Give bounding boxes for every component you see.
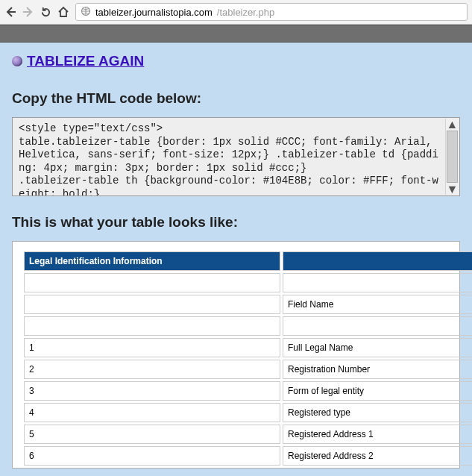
table-row: 1Full Legal Name	[24, 338, 472, 357]
table-cell	[283, 273, 472, 292]
url-bar[interactable]: tableizer.journalistopia.com/tableizer.p…	[75, 3, 468, 21]
preview-table: Legal Identification Information Field N…	[22, 249, 472, 468]
table-cell: Field Name	[283, 295, 472, 314]
url-path: /tableizer.php	[217, 7, 274, 18]
reload-icon[interactable]	[40, 7, 51, 18]
copy-heading: Copy the HTML code below:	[12, 90, 460, 107]
table-cell: Registered type	[283, 403, 472, 422]
table-row: 6Registered Address 2	[24, 446, 472, 466]
table-row	[24, 316, 472, 336]
table-row: 5Registered Address 1	[24, 425, 472, 444]
table-cell: 5	[24, 425, 280, 444]
forward-icon	[22, 6, 34, 18]
table-cell: 2	[24, 360, 280, 379]
page-content: TABLEIZE AGAIN Copy the HTML code below:…	[0, 43, 472, 469]
tableize-again-link[interactable]: TABLEIZE AGAIN	[27, 53, 144, 69]
table-preview: Legal Identification Information Field N…	[12, 241, 460, 469]
table-cell: 3	[24, 381, 280, 401]
table-cell: Registered Address 2	[283, 446, 472, 466]
scroll-down-icon[interactable]: ▼	[447, 184, 458, 195]
code-scrollbar[interactable]: ▲ ▼	[445, 119, 459, 195]
scroll-thumb[interactable]	[447, 131, 458, 183]
table-cell	[24, 316, 280, 336]
scroll-up-icon[interactable]: ▲	[447, 119, 458, 130]
tab-strip	[0, 25, 472, 43]
table-cell: Registration Number	[283, 360, 472, 379]
table-cell	[283, 316, 472, 336]
code-output[interactable]: <style type="text/css"> table.tableizer-…	[13, 118, 459, 195]
home-icon[interactable]	[57, 6, 69, 18]
browser-toolbar: tableizer.journalistopia.com/tableizer.p…	[0, 0, 472, 25]
table-cell	[24, 295, 280, 314]
globe-icon	[81, 6, 91, 19]
table-header-row: Legal Identification Information	[24, 251, 472, 271]
table-row	[24, 273, 472, 292]
table-cell	[24, 273, 280, 292]
table-row: 2Registration Number	[24, 360, 472, 379]
url-host: tableizer.journalistopia.com	[95, 7, 213, 18]
table-cell: 4	[24, 403, 280, 422]
bullet-icon	[12, 56, 22, 66]
table-row: Field Name	[24, 295, 472, 314]
code-output-box: <style type="text/css"> table.tableizer-…	[12, 117, 460, 196]
table-cell: Registered Address 1	[283, 425, 472, 444]
table-row: 3Form of legal entity	[24, 381, 472, 401]
back-icon[interactable]	[4, 6, 16, 18]
preview-heading: This is what your table looks like:	[12, 214, 460, 231]
table-cell: Full Legal Name	[283, 338, 472, 357]
table-header-cell: Legal Identification Information	[24, 251, 280, 271]
table-cell: 1	[24, 338, 280, 357]
table-cell: 6	[24, 446, 280, 466]
table-header-cell	[283, 251, 472, 271]
table-row: 4Registered type	[24, 403, 472, 422]
table-cell: Form of legal entity	[283, 381, 472, 401]
